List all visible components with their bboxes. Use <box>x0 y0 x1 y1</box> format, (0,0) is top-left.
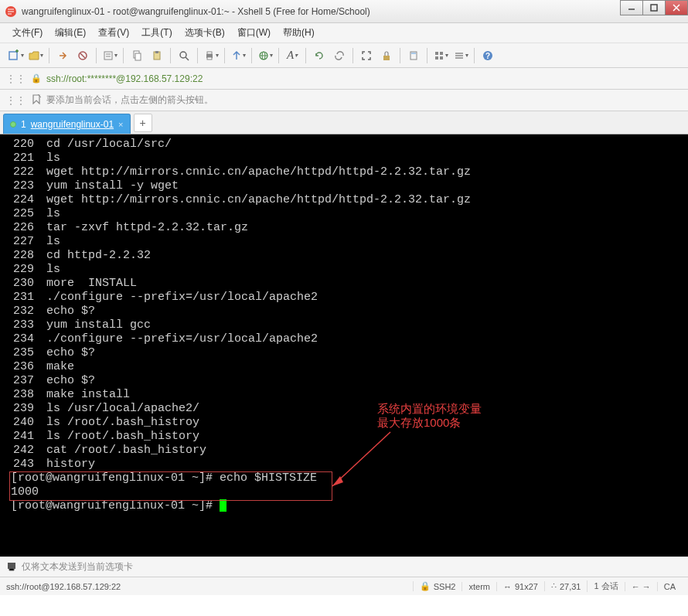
help-button[interactable]: ? <box>479 46 497 65</box>
tab-close-icon[interactable]: × <box>118 120 123 129</box>
grip-icon: ⋮⋮ <box>6 95 26 106</box>
find-button[interactable] <box>175 46 193 65</box>
status-term: xterm <box>462 582 496 591</box>
menu-file[interactable]: 文件(F) <box>6 23 49 43</box>
svg-rect-20 <box>383 56 390 60</box>
properties-button[interactable]: ▾ <box>100 46 119 65</box>
session-tab[interactable]: 1 wangruifenglinux-01 × <box>3 114 131 134</box>
svg-rect-11 <box>155 51 158 53</box>
disconnect-button[interactable] <box>73 46 92 65</box>
svg-rect-26 <box>440 56 443 60</box>
svg-text:?: ? <box>485 52 490 60</box>
resize-icon: ↔ <box>503 582 512 591</box>
sync-button[interactable] <box>330 46 349 65</box>
menu-tools[interactable]: 工具(T) <box>135 23 178 43</box>
minimize-button[interactable] <box>620 0 643 15</box>
menubar: 文件(F) 编辑(E) 查看(V) 工具(T) 选项卡(B) 窗口(W) 帮助(… <box>0 23 688 43</box>
copy-button[interactable] <box>128 46 146 65</box>
font-button[interactable]: A▾ <box>283 46 301 65</box>
window-titlebar: wangruifenglinux-01 - root@wangruifengli… <box>0 0 688 23</box>
svg-rect-16 <box>207 57 212 60</box>
print-button[interactable]: ▾ <box>202 46 220 65</box>
svg-rect-3 <box>9 52 17 60</box>
close-button[interactable] <box>665 0 688 15</box>
tab-label: wangruifenglinux-01 <box>31 119 114 130</box>
svg-rect-22 <box>411 53 416 54</box>
sendbar-text: 仅将文本发送到当前选项卡 <box>22 560 133 573</box>
svg-rect-15 <box>207 52 212 54</box>
fullscreen-button[interactable] <box>357 46 376 65</box>
transfer-button[interactable]: ▾ <box>229 46 247 65</box>
lock-icon: 🔒 <box>420 581 431 591</box>
paste-button[interactable] <box>148 46 166 65</box>
status-pos: ∴ 27,31 <box>544 581 588 591</box>
menu-tabs[interactable]: 选项卡(B) <box>179 23 231 43</box>
svg-point-12 <box>180 52 186 58</box>
bookmark-icon[interactable] <box>31 94 42 107</box>
status-caps: CA <box>657 582 682 591</box>
status-arrows[interactable]: ← → <box>625 582 657 591</box>
svg-rect-23 <box>435 52 438 55</box>
menu-help[interactable]: 帮助(H) <box>277 23 321 43</box>
tab-index: 1 <box>21 119 26 130</box>
refresh-button[interactable] <box>310 46 329 65</box>
reconnect-button[interactable] <box>53 46 72 65</box>
svg-line-13 <box>186 57 189 60</box>
svg-rect-24 <box>440 52 443 55</box>
status-dot-icon <box>10 121 16 128</box>
addressbar: ⋮⋮ 🔒 ssh://root:********@192.168.57.129:… <box>0 68 688 90</box>
window-title: wangruifenglinux-01 - root@wangruifengli… <box>22 6 683 17</box>
statusbar: ssh://root@192.168.57.129:22 🔒SSH2 xterm… <box>0 577 688 595</box>
status-ssh: 🔒SSH2 <box>413 581 462 591</box>
infobar: ⋮⋮ 要添加当前会话，点击左侧的箭头按钮。 <box>0 90 688 111</box>
status-size: ↔91x27 <box>496 582 544 591</box>
layout-button[interactable]: ▾ <box>431 46 450 65</box>
status-sessions: 1 会话 <box>587 580 624 592</box>
menu-window[interactable]: 窗口(W) <box>231 23 277 43</box>
list-button[interactable]: ▾ <box>451 46 470 65</box>
address-text[interactable]: ssh://root:********@192.168.57.129:22 <box>46 73 203 84</box>
window-controls <box>621 0 688 15</box>
lock-button[interactable] <box>377 46 396 65</box>
infobar-text: 要添加当前会话，点击左侧的箭头按钮。 <box>46 94 213 107</box>
svg-rect-25 <box>435 56 438 60</box>
svg-rect-34 <box>8 563 15 569</box>
svg-rect-5 <box>104 52 112 60</box>
tabbar: 1 wangruifenglinux-01 × + <box>0 111 688 134</box>
svg-rect-2 <box>651 5 657 11</box>
calc-button[interactable] <box>404 46 423 65</box>
add-tab-button[interactable]: + <box>134 114 152 132</box>
status-connection: ssh://root@192.168.57.129:22 <box>6 582 413 591</box>
new-session-button[interactable]: ▾ <box>6 46 25 65</box>
grip-icon: ⋮⋮ <box>6 73 26 84</box>
open-button[interactable]: ▾ <box>26 46 45 65</box>
svg-rect-9 <box>135 53 141 60</box>
send-icon[interactable] <box>6 560 17 573</box>
menu-view[interactable]: 查看(V) <box>92 23 135 43</box>
maximize-button[interactable] <box>642 0 666 15</box>
toolbar: ▾ ▾ ▾ ▾ ▾ ▾ A▾ ▾ ▾ ? <box>0 43 688 68</box>
globe-button[interactable]: ▾ <box>256 46 274 65</box>
lock-icon: 🔒 <box>31 73 42 83</box>
sendbar: 仅将文本发送到当前选项卡 <box>0 556 688 577</box>
terminal[interactable]: 220cd /usr/local/src/221ls222wget http:/… <box>0 134 688 556</box>
menu-edit[interactable]: 编辑(E) <box>49 23 92 43</box>
app-icon <box>5 5 17 18</box>
